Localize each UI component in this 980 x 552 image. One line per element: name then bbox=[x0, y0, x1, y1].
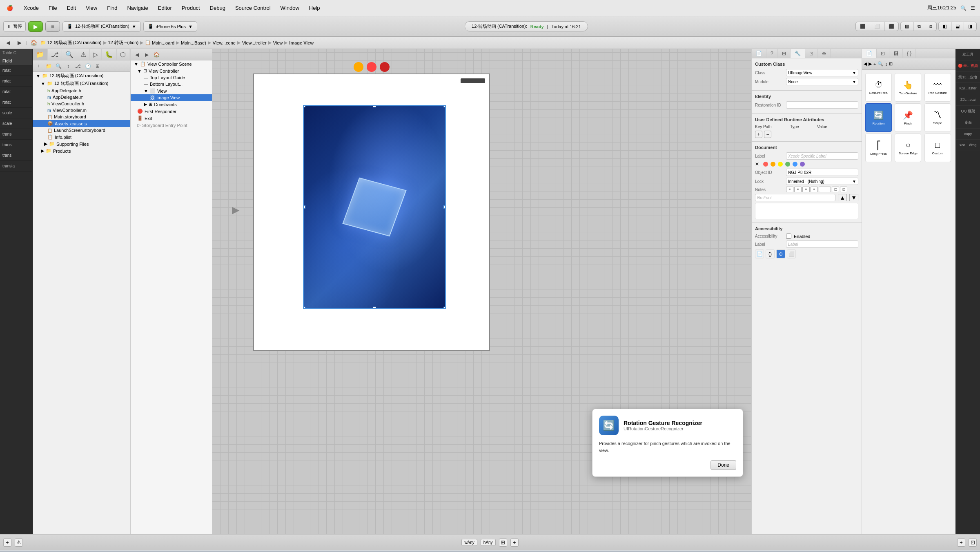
lib-item-pinch[interactable]: 📌 Pinch bbox=[895, 103, 921, 132]
zoom-fit-button[interactable]: ⊞ bbox=[499, 539, 507, 547]
nav-tab-test[interactable]: ▷ bbox=[90, 49, 102, 60]
handle-ml[interactable] bbox=[303, 205, 305, 209]
color-yellow[interactable] bbox=[778, 162, 783, 167]
gesture-done-button[interactable]: Done bbox=[710, 460, 736, 470]
add-file-button[interactable]: + bbox=[3, 539, 11, 547]
menu-xcode[interactable]: Xcode bbox=[22, 4, 40, 12]
lib-item-pan[interactable]: 〰 Pan Gesture bbox=[924, 73, 951, 102]
entry-point-node[interactable]: ▷ Storyboard Entry Point bbox=[131, 122, 212, 129]
left-item-9[interactable]: trans bbox=[0, 150, 32, 161]
menu-find[interactable]: Find bbox=[105, 4, 119, 12]
file-viewcontroller-h[interactable]: h ViewController.h bbox=[33, 100, 130, 107]
lib-nav-back[interactable]: ◀ bbox=[864, 61, 867, 67]
nav-tab-git[interactable]: ⎇ bbox=[48, 49, 62, 60]
left-item-6[interactable]: scale bbox=[0, 118, 32, 129]
constraints-node[interactable]: ▶ ⊞ Constraints bbox=[131, 101, 212, 108]
file-appdelegate-h[interactable]: h AppDelegate.h bbox=[33, 87, 130, 94]
lock-dropdown[interactable]: Inherited - (Nothing) ▼ bbox=[786, 178, 858, 185]
lib-item-gesture[interactable]: ⏱ Gesture Rec. bbox=[865, 73, 892, 102]
inspector-tab-attributes[interactable]: 🔧 bbox=[791, 49, 805, 58]
sb-nav-forward[interactable]: ▶ bbox=[142, 51, 151, 59]
left-item-5[interactable]: scale bbox=[0, 108, 32, 118]
file-appdelegate-m[interactable]: m AppDelegate.m bbox=[33, 94, 130, 100]
gesture-icon-2[interactable] bbox=[367, 62, 376, 72]
lib-item-longpress[interactable]: ⎡ Long Press bbox=[865, 134, 892, 162]
lib-nav-forward[interactable]: ▶ bbox=[869, 61, 872, 67]
zoom-in-button[interactable]: + bbox=[510, 539, 519, 547]
menu-bar-list[interactable]: ☰ bbox=[971, 5, 975, 11]
lib-grid-btn[interactable]: ⊞ bbox=[889, 61, 893, 67]
lib-filter-btn[interactable]: 🔍 bbox=[878, 61, 883, 67]
breadcrumb-2[interactable]: 12-转场···(ition) bbox=[108, 40, 139, 46]
left-item-7[interactable]: trans bbox=[0, 129, 32, 140]
color-orange[interactable] bbox=[771, 162, 775, 167]
image-view-node[interactable]: 🖼 Image View bbox=[131, 94, 212, 101]
acc-icon-4[interactable]: ⬜ bbox=[787, 249, 796, 258]
font-stepper-down[interactable]: ▼ bbox=[849, 194, 858, 201]
handle-tm[interactable] bbox=[373, 105, 376, 107]
left-item-8[interactable]: trans bbox=[0, 140, 32, 150]
menu-editor[interactable]: Editor bbox=[156, 4, 174, 12]
menu-product[interactable]: Product bbox=[180, 4, 202, 12]
view-node[interactable]: ▼ ⬜ View bbox=[131, 87, 212, 94]
color-purple[interactable] bbox=[800, 162, 805, 167]
show-debug-btn[interactable]: ⬜ bbox=[870, 22, 884, 31]
lib-tab-objects[interactable]: ⊡ bbox=[877, 49, 889, 58]
canvas-zoom-button[interactable]: ⊡ bbox=[969, 539, 977, 547]
nav-tab-search[interactable]: 🔍 bbox=[62, 49, 77, 60]
canvas-add-button[interactable]: + bbox=[957, 539, 965, 547]
breadcrumb-7[interactable]: View bbox=[273, 40, 283, 45]
size-any-w[interactable]: wAny bbox=[461, 539, 477, 546]
class-dropdown[interactable]: UIImageView ▼ bbox=[786, 69, 858, 76]
lib-tab-snippets[interactable]: { } bbox=[903, 49, 916, 58]
transition-arrow[interactable]: ▶ bbox=[232, 204, 239, 216]
nav-forward-btn[interactable]: ▶ bbox=[15, 38, 24, 47]
right-item-qq[interactable]: QQ 框架 bbox=[956, 106, 980, 117]
breadcrumb-project[interactable]: 📁 12-转场动画 (CATransition) bbox=[40, 40, 102, 46]
add-attr-button[interactable]: + bbox=[755, 131, 762, 138]
menu-debug[interactable]: Debug bbox=[208, 4, 227, 12]
handle-br[interactable] bbox=[443, 307, 446, 309]
menu-file[interactable]: File bbox=[47, 4, 59, 12]
gesture-icon-1[interactable] bbox=[354, 62, 363, 72]
hide-util-btn[interactable]: ◨ bbox=[964, 22, 976, 31]
acc-icon-3-selected[interactable]: ⊙ bbox=[776, 249, 785, 258]
file-assets[interactable]: 📦 Assets.xcassets bbox=[33, 120, 130, 127]
nav-tab-issues[interactable]: ⚠ bbox=[77, 49, 90, 60]
apple-menu[interactable]: 🍎 bbox=[5, 4, 15, 12]
right-item-xco[interactable]: xco....dmg bbox=[956, 140, 980, 151]
nav-folder-btn[interactable]: 📁 bbox=[44, 62, 53, 70]
lib-tab-media[interactable]: 🖼 bbox=[889, 49, 903, 58]
module-dropdown[interactable]: None ▼ bbox=[786, 78, 858, 85]
menu-view[interactable]: View bbox=[84, 4, 99, 12]
nav-back-btn[interactable]: ◀ bbox=[3, 38, 13, 47]
nav-add-btn[interactable]: + bbox=[34, 62, 43, 70]
lib-item-custom[interactable]: □ Custom bbox=[924, 134, 951, 162]
nav-filter-btn[interactable]: 🔍 bbox=[54, 62, 63, 70]
notes-text-area[interactable] bbox=[755, 203, 858, 219]
top-layout-guide[interactable]: — Top Layout Guide bbox=[131, 74, 212, 81]
file-main-storyboard[interactable]: 📋 Main.storyboard bbox=[33, 114, 130, 120]
file-plist[interactable]: 📋 Info.plist bbox=[33, 134, 130, 140]
lib-item-rotation[interactable]: 🔄 Rotation bbox=[865, 103, 892, 132]
standard-editor-btn[interactable]: ▤ bbox=[901, 22, 913, 31]
canvas-background[interactable]: ▶ 🔄 Rotation Gesture Recognizer UIRotati… bbox=[212, 49, 751, 534]
show-inspector-btn[interactable]: ⬛ bbox=[884, 22, 898, 31]
notes-checkbox-1[interactable]: ☐ bbox=[832, 187, 839, 192]
menu-help[interactable]: Help bbox=[307, 4, 322, 12]
pause-button[interactable]: ⏸ 暂停 bbox=[3, 21, 26, 31]
breadcrumb-5[interactable]: View...cene bbox=[213, 40, 236, 45]
hide-debug-area-btn[interactable]: ⬓ bbox=[951, 22, 964, 31]
image-view-canvas[interactable] bbox=[303, 105, 446, 309]
breadcrumb-8[interactable]: Image View bbox=[289, 40, 314, 45]
accessibility-enabled-checkbox[interactable] bbox=[786, 234, 791, 239]
scene-root[interactable]: ▼ 📋 View Controller Scene bbox=[131, 60, 212, 67]
handle-bm[interactable] bbox=[373, 307, 376, 309]
version-editor-btn[interactable]: ⧈ bbox=[925, 22, 936, 31]
inspector-tab-connections[interactable]: ⊕ bbox=[818, 49, 831, 58]
acc-icon-1[interactable]: 📄 bbox=[755, 249, 764, 258]
handle-tr[interactable] bbox=[443, 105, 446, 107]
doc-label-input[interactable]: Xcode Specific Label bbox=[786, 152, 858, 160]
nav-tab-breakpoint[interactable]: ⬡ bbox=[117, 49, 129, 60]
color-red[interactable] bbox=[763, 162, 768, 167]
